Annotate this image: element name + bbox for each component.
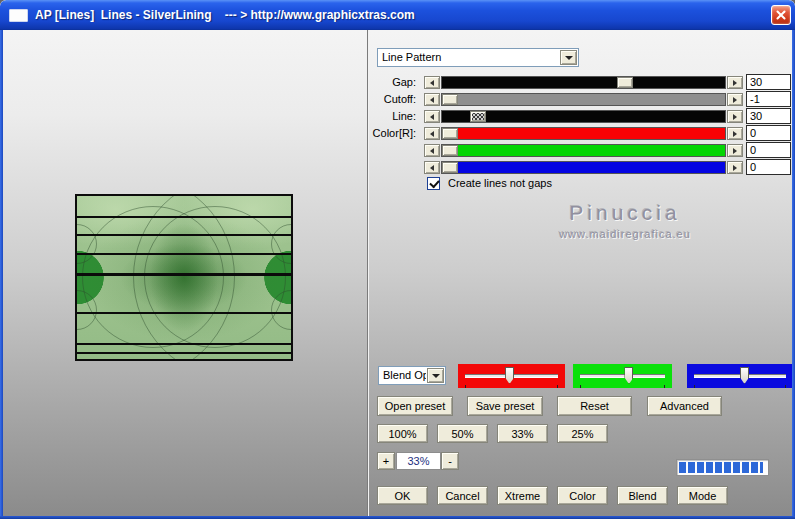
arrow-right-icon bbox=[733, 131, 737, 137]
line-pattern-dropdown[interactable]: Line Pattern bbox=[377, 48, 579, 67]
ok-button[interactable]: OK bbox=[377, 486, 428, 505]
color-g-slider-thumb[interactable] bbox=[442, 145, 458, 156]
open-preset-button[interactable]: Open preset bbox=[377, 396, 453, 416]
arrow-left-icon bbox=[430, 148, 434, 154]
cutoff-value-input[interactable]: -1 bbox=[746, 91, 791, 107]
blend-button[interactable]: Blend bbox=[617, 486, 668, 505]
slider-row-cutoff: Cutoff: bbox=[0, 93, 795, 106]
color-g-left-arrow-button[interactable] bbox=[424, 144, 440, 157]
line-slider-track[interactable] bbox=[441, 110, 726, 123]
advanced-button[interactable]: Advanced bbox=[647, 396, 722, 416]
color-b-slider-track[interactable] bbox=[441, 161, 726, 174]
color-r-right-arrow-button[interactable] bbox=[727, 127, 743, 140]
reset-button[interactable]: Reset bbox=[557, 396, 632, 416]
color-r-slider-track[interactable] bbox=[441, 127, 726, 140]
preview-image[interactable] bbox=[75, 194, 293, 361]
chevron-down-icon bbox=[432, 374, 440, 382]
zoom-25-button[interactable]: 25% bbox=[557, 424, 608, 443]
color-g-value-input[interactable]: 0 bbox=[746, 142, 791, 158]
preview-line bbox=[77, 253, 291, 255]
color-button[interactable]: Color bbox=[557, 486, 608, 505]
line-pattern-value: Line Pattern bbox=[378, 49, 559, 66]
line-right-arrow-button[interactable] bbox=[727, 110, 743, 123]
tick-mark bbox=[557, 385, 558, 388]
arrow-left-icon bbox=[430, 97, 434, 103]
xtreme-button[interactable]: Xtreme bbox=[497, 486, 548, 505]
preview-circle-outline bbox=[133, 194, 293, 361]
chevron-down-icon bbox=[565, 56, 573, 64]
blend-options-dropdown[interactable]: Blend Opti bbox=[378, 366, 446, 385]
line-value-input[interactable]: 30 bbox=[746, 108, 791, 124]
cutoff-slider-thumb[interactable] bbox=[442, 94, 458, 105]
slider-row-color-g bbox=[0, 144, 795, 157]
arrow-right-icon bbox=[733, 80, 737, 86]
zoom-in-button[interactable]: + bbox=[377, 452, 395, 470]
tick-mark bbox=[664, 385, 665, 388]
blend-blue-thumb[interactable] bbox=[740, 367, 749, 384]
arrow-left-icon bbox=[430, 80, 434, 86]
plugin-dialog-window: AP [Lines] Lines - SilverLining --- > ht… bbox=[0, 0, 795, 519]
color-g-slider-track[interactable] bbox=[441, 144, 726, 157]
line-slider-thumb[interactable] bbox=[470, 111, 486, 122]
slider-row-gap: Gap: bbox=[0, 76, 795, 89]
titlebar[interactable]: AP [Lines] Lines - SilverLining --- > ht… bbox=[0, 0, 795, 30]
dropdown-arrow-button[interactable] bbox=[560, 50, 577, 65]
preview-line bbox=[77, 312, 291, 314]
cutoff-slider-track[interactable] bbox=[441, 93, 726, 106]
color-b-slider-thumb[interactable] bbox=[442, 162, 458, 173]
watermark: Pinuccia www.maidiregrafica.eu bbox=[480, 201, 770, 240]
tick-mark bbox=[785, 385, 786, 388]
blend-green-slider[interactable] bbox=[573, 364, 672, 388]
preview-line bbox=[77, 234, 291, 236]
color-b-value-input[interactable]: 0 bbox=[746, 159, 791, 175]
line-left-arrow-button[interactable] bbox=[424, 110, 440, 123]
arrow-right-icon bbox=[733, 114, 737, 120]
tick-mark bbox=[465, 385, 466, 388]
mode-button[interactable]: Mode bbox=[677, 486, 728, 505]
app-window-icon bbox=[9, 9, 28, 22]
window-title: AP [Lines] Lines - SilverLining --- > ht… bbox=[35, 8, 795, 22]
gap-right-arrow-button[interactable] bbox=[727, 76, 743, 89]
cutoff-left-arrow-button[interactable] bbox=[424, 93, 440, 106]
color-b-left-arrow-button[interactable] bbox=[424, 161, 440, 174]
color-r-value-input[interactable]: 0 bbox=[746, 125, 791, 141]
color-r-slider-thumb[interactable] bbox=[442, 128, 458, 139]
color-r-left-arrow-button[interactable] bbox=[424, 127, 440, 140]
blend-options-value: Blend Opti bbox=[379, 367, 426, 384]
zoom-level-value: 33% bbox=[396, 452, 441, 470]
blend-blue-slider[interactable] bbox=[687, 364, 793, 388]
watermark-site: www.maidiregrafica.eu bbox=[480, 228, 770, 240]
cutoff-label: Cutoff: bbox=[346, 93, 416, 106]
zoom-33-button[interactable]: 33% bbox=[497, 424, 548, 443]
cancel-button[interactable]: Cancel bbox=[437, 486, 488, 505]
gap-slider-thumb[interactable] bbox=[617, 77, 633, 88]
color-g-right-arrow-button[interactable] bbox=[727, 144, 743, 157]
gap-value-input[interactable]: 30 bbox=[746, 74, 791, 90]
slider-groove bbox=[580, 374, 665, 378]
zoom-out-button[interactable]: - bbox=[441, 452, 459, 470]
gap-left-arrow-button[interactable] bbox=[424, 76, 440, 89]
save-preset-button[interactable]: Save preset bbox=[467, 396, 543, 416]
arrow-right-icon bbox=[733, 97, 737, 103]
close-x-icon bbox=[776, 10, 786, 20]
color-b-right-arrow-button[interactable] bbox=[727, 161, 743, 174]
create-lines-checkbox[interactable] bbox=[427, 177, 440, 190]
window-border-left bbox=[0, 28, 3, 519]
slider-row-color-b bbox=[0, 161, 795, 174]
tick-mark bbox=[580, 385, 581, 388]
line-label: Line: bbox=[346, 110, 416, 123]
cutoff-right-arrow-button[interactable] bbox=[727, 93, 743, 106]
blend-green-thumb[interactable] bbox=[624, 367, 633, 384]
arrow-left-icon bbox=[430, 114, 434, 120]
blend-red-thumb[interactable] bbox=[505, 367, 514, 384]
preview-line bbox=[77, 352, 291, 354]
zoom-100-button[interactable]: 100% bbox=[377, 424, 428, 443]
color-r-label: Color[R]: bbox=[346, 127, 416, 140]
gap-slider-track[interactable] bbox=[441, 76, 726, 89]
blend-red-slider[interactable] bbox=[458, 364, 565, 388]
dropdown-arrow-button[interactable] bbox=[427, 368, 444, 383]
zoom-50-button[interactable]: 50% bbox=[437, 424, 488, 443]
tick-mark bbox=[694, 385, 695, 388]
progress-bar-fill bbox=[679, 462, 763, 473]
close-button[interactable] bbox=[771, 5, 791, 25]
